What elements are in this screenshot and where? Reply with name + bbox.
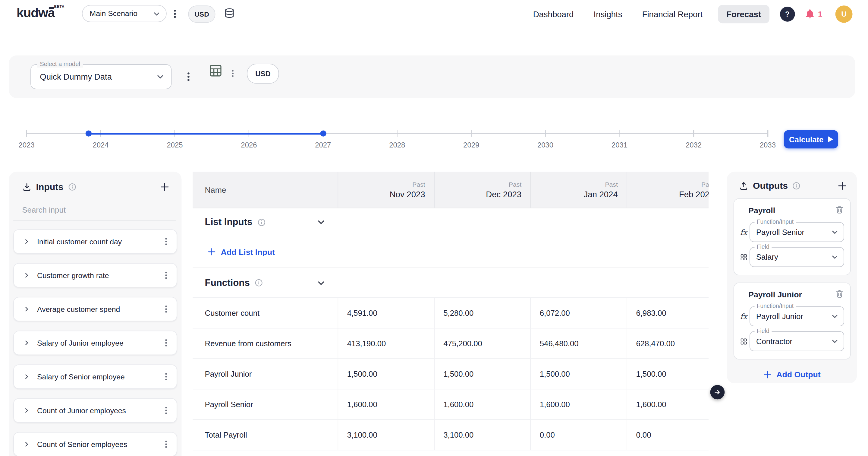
list-item[interactable]: Salary of Junior employee <box>13 331 177 355</box>
chevron-right-icon <box>23 407 30 414</box>
user-avatar[interactable]: U <box>835 5 852 22</box>
row-value-cell: 1,500.00 <box>434 359 530 389</box>
function-input-select[interactable]: Function/Input Payroll Junior <box>749 306 844 326</box>
timeline-start-handle[interactable] <box>86 131 92 137</box>
outputs-panel: Outputs Payroll fx Function/Input <box>727 172 857 383</box>
spreadsheet-icon[interactable] <box>208 63 223 78</box>
help-button-glyph: ? <box>785 10 789 18</box>
add-output-plus-button[interactable] <box>838 181 847 191</box>
row-value-cell: 5,280.00 <box>434 298 530 328</box>
input-item-kebab-icon[interactable] <box>161 338 171 348</box>
outputs-panel-title: Outputs <box>753 181 788 191</box>
timeline-end-handle[interactable] <box>320 131 326 137</box>
list-item[interactable]: Customer growth rate <box>13 263 177 287</box>
column-period-tag: Past <box>509 181 521 188</box>
forecast-button-label: Forecast <box>726 9 761 19</box>
add-output-button[interactable]: Add Output <box>763 370 821 379</box>
field-select-label: Field <box>754 327 772 335</box>
model-currency-pill[interactable]: USD <box>247 64 279 84</box>
column-date-label: Jan 2024 <box>584 189 618 198</box>
input-item-kebab-icon[interactable] <box>161 304 171 314</box>
add-input-button[interactable] <box>160 182 169 192</box>
list-item[interactable]: Count of Senior employees <box>13 432 177 456</box>
delete-output-trash-icon[interactable] <box>835 205 844 215</box>
notifications-button[interactable]: 1 <box>804 8 822 20</box>
spreadsheet-menu-kebab-icon[interactable] <box>228 69 237 78</box>
forecast-timeline: 2023 2024 2025 2026 2027 2028 2029 2030 … <box>0 126 868 155</box>
inputs-panel-title: Inputs <box>36 181 63 192</box>
input-item-kebab-icon[interactable] <box>161 439 171 449</box>
timeline-selected-range[interactable] <box>89 133 323 135</box>
row-value-cell: 1,500.00 <box>627 359 709 389</box>
scenario-select[interactable]: Main Scenario <box>82 5 167 22</box>
list-inputs-title: List Inputs <box>205 217 253 228</box>
function-input-select[interactable]: Function/Input Payroll Senior <box>749 222 844 242</box>
row-value-cell: 1,500.00 <box>338 359 434 389</box>
add-list-input-button[interactable]: Add List Input <box>208 247 275 256</box>
input-item-kebab-icon[interactable] <box>161 270 171 280</box>
table-scroll-right-button[interactable] <box>710 385 725 400</box>
add-output-row: Add Output <box>727 370 857 379</box>
calculate-button[interactable]: Calculate <box>784 130 838 149</box>
timeline-tick <box>767 130 768 137</box>
function-select-value: Payroll Junior <box>756 312 803 321</box>
row-value-cell: 628,470.00 <box>627 329 709 358</box>
column-date-label: Nov 2023 <box>390 189 425 198</box>
row-value-cell: 546,480.00 <box>530 329 627 358</box>
timeline-year-labels: 2023 2024 2025 2026 2027 2028 2029 2030 … <box>16 141 779 149</box>
input-item-kebab-icon[interactable] <box>161 405 171 415</box>
navbar-currency-pill[interactable]: USD <box>188 5 215 23</box>
input-item-label: Salary of Junior employee <box>37 339 124 347</box>
nav-link-financial-report[interactable]: Financial Report <box>642 9 703 19</box>
column-period-tag: Past <box>605 181 618 188</box>
nav-link-insights[interactable]: Insights <box>594 9 622 19</box>
field-select[interactable]: Field Contractor <box>749 331 844 351</box>
navbar-right-group: Dashboard Insights Financial Report Fore… <box>513 0 868 28</box>
chevron-right-icon <box>23 441 30 448</box>
timeline-year: 2033 <box>757 141 779 149</box>
info-icon[interactable] <box>255 279 263 287</box>
collapse-section-chevron-icon[interactable] <box>317 218 326 227</box>
list-item[interactable]: Average customer spend <box>13 297 177 321</box>
scenario-menu-kebab-icon[interactable] <box>169 8 181 20</box>
info-icon[interactable] <box>792 181 801 190</box>
timeline-year: 2032 <box>683 141 705 149</box>
nav-link-dashboard[interactable]: Dashboard <box>533 9 574 19</box>
table-header-column: Past Nov 2023 <box>338 172 434 207</box>
model-select[interactable]: Select a model Quick Dummy Data <box>30 64 172 89</box>
list-item[interactable]: Initial customer count day <box>13 229 177 254</box>
function-fx-icon: fx <box>740 228 749 236</box>
nav-forecast-button[interactable]: Forecast <box>718 5 770 23</box>
search-input[interactable] <box>13 202 176 220</box>
app-root: kudwa BETA Main Scenario USD Dashboard <box>0 0 868 456</box>
table-row: Payroll Junior 1,500.00 1,500.00 1,500.0… <box>193 359 709 389</box>
row-value-cell: 3,100.00 <box>434 420 530 450</box>
delete-output-trash-icon[interactable] <box>835 289 844 298</box>
input-item-kebab-icon[interactable] <box>161 372 171 381</box>
database-icon[interactable] <box>224 8 236 20</box>
chevron-down-icon <box>831 253 839 261</box>
row-name: Customer count <box>193 298 338 328</box>
list-item[interactable]: Salary of Senior employee <box>13 365 177 389</box>
navbar-currency-label: USD <box>194 10 209 18</box>
model-menu-kebab-icon[interactable] <box>183 71 194 82</box>
info-icon[interactable] <box>68 183 76 191</box>
function-select-label: Function/Input <box>754 218 796 225</box>
upload-icon <box>739 181 748 191</box>
column-date-label: Feb 2024 <box>679 189 709 198</box>
scenario-select-value: Main Scenario <box>90 9 138 18</box>
chevron-down-icon <box>153 10 161 18</box>
calculate-button-label: Calculate <box>789 135 824 144</box>
field-select[interactable]: Field Salary <box>749 247 844 267</box>
input-item-kebab-icon[interactable] <box>161 236 171 247</box>
list-item[interactable]: Count of Junior employees <box>13 398 177 423</box>
inputs-panel-header: Inputs <box>9 172 181 192</box>
help-button[interactable]: ? <box>780 6 795 21</box>
row-value-cell: 1,500.00 <box>530 359 627 389</box>
collapse-section-chevron-icon[interactable] <box>317 278 326 287</box>
chevron-right-icon <box>23 340 30 346</box>
info-icon[interactable] <box>257 218 266 227</box>
timeline-tick <box>693 130 694 137</box>
chevron-down-icon <box>831 312 839 320</box>
timeline-tick <box>26 130 27 137</box>
